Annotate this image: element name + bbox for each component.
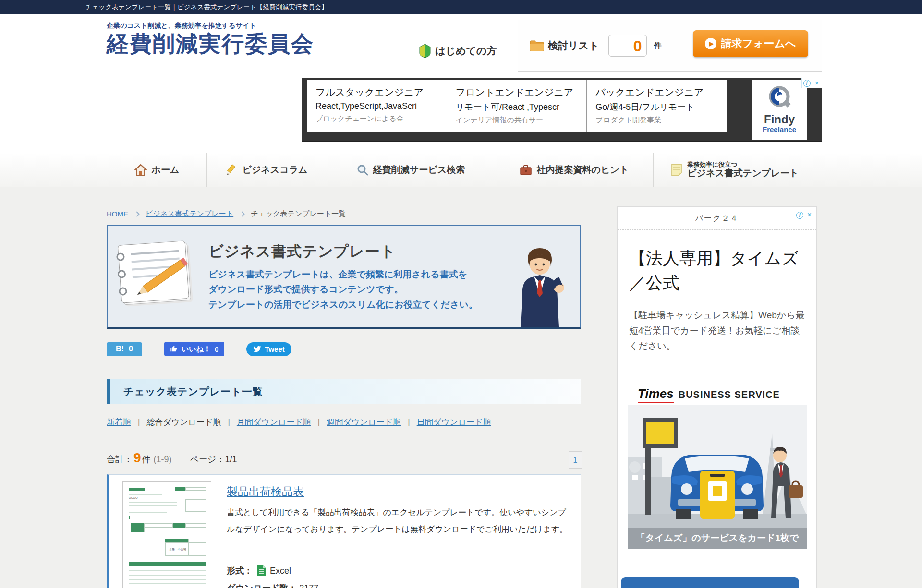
hero-line1: ビジネス書式テンプレートは、企業で頻繁に利用される書式を [208,267,478,282]
section-header: チェック表テンプレート一覧 [107,379,581,404]
ad-headline[interactable]: 【法人専用】タイムズ／公式 [618,230,816,295]
sort-separator: | [318,418,320,427]
hero-line2: ダウンロード形式で提供するコンテンツです。 [208,282,478,297]
nav-item-business-column[interactable]: ビジネスコラム [206,153,327,187]
site-tagline: 企業のコスト削減と、業務効率を推進するサイト [107,22,314,30]
section-title: チェック表テンプレート一覧 [123,385,263,398]
ad-job-2[interactable]: フロントエンドエンジニア リモート可/React ,Typescr インテリア情… [447,80,587,132]
ad-brand-card[interactable]: Findy Freelance [752,80,807,140]
template-title-link[interactable]: 製品出荷検品表 [227,484,304,499]
ad-job-skills: React,TypeScript,JavaScri [315,101,440,111]
sort-monthly-downloads[interactable]: 月間ダウンロード順 [237,417,311,428]
ad-job-skills: リモート可/React ,Typescr [456,101,580,113]
hero-description: ビジネス書式テンプレートは、企業で頻繁に利用される書式を ダウンロード形式で提供… [208,267,478,312]
result-range: (1-9) [154,455,172,465]
breadcrumb: HOME ビジネス書式テンプレート チェック表テンプレート一覧 [107,209,346,218]
site-logo-text: 経費削減実行委員会 [107,32,314,55]
review-list-box: 検討リスト 0 件 ▶ 請求フォームへ [518,20,822,72]
request-form-button[interactable]: ▶ 請求フォームへ [693,30,808,57]
breadcrumb-home[interactable]: HOME [107,210,128,218]
result-count-row: 合計： 9 件 (1-9) ページ：1/1 [107,450,237,466]
ad-info-icon[interactable]: i [801,78,812,88]
beginner-label: はじめての方 [435,44,497,58]
ad-job-title: フルスタックエンジニア [315,86,440,99]
tweet-button[interactable]: Tweet [246,342,291,356]
ad-cta-button[interactable] [621,577,799,588]
sort-daily-downloads[interactable]: 日間ダウンロード順 [417,417,491,428]
home-icon [134,164,147,176]
ad-job-title: フロントエンドエンジニア [456,86,580,99]
ad-image-caption-bar: 「タイムズ」のサービスをカード1枚で [628,528,807,549]
findy-logo-icon [752,84,807,111]
hero-line3: テンプレートの活用でビジネスのスリム化にお役立てください。 [208,297,478,312]
downloads-label: ダウンロード数： [227,583,297,588]
breadcrumb-templates[interactable]: ビジネス書式テンプレート [146,209,233,218]
search-icon [357,164,368,176]
sort-total-downloads-active: 総合ダウンロード順 [146,417,221,428]
total-label: 合計： [107,454,133,465]
template-thumbnail[interactable]: OOOO 合格 不合格 [122,481,211,588]
beginner-link[interactable]: はじめての方 [419,44,497,58]
header: 企業のコスト削減と、業務効率を推進するサイト 経費削減実行委員会 はじめての方 [0,14,922,153]
ad-close-icon[interactable]: × [812,78,822,88]
ad-job-list: フルスタックエンジニア React,TypeScript,JavaScri ブロ… [307,80,727,132]
notebook-pencil-illustration [113,238,202,317]
nav-label: 経費削減サービス検索 [373,164,465,176]
nav-item-proposal-hints[interactable]: 社内提案資料のヒント [495,153,653,187]
pagination-page-1[interactable]: 1 [569,451,582,469]
format-value: Excel [270,566,291,576]
sort-separator: | [138,418,140,427]
sidebar-ad: パーク２４ i × 【法人専用】タイムズ／公式 【駐車場キャッシュレス精算】We… [617,206,817,588]
sort-newest[interactable]: 新着順 [107,417,131,428]
site-logo[interactable]: 企業のコスト削減と、業務効率を推進するサイト 経費削減実行委員会 [107,22,314,55]
nav-label: 社内提案資料のヒント [537,164,629,176]
review-list-count: 0 [633,37,642,55]
format-label: 形式： [227,565,253,576]
chevron-right-icon [134,211,139,216]
play-icon: ▶ [705,38,716,49]
excel-file-icon [256,565,266,576]
review-list-label: 検討リスト [548,39,599,52]
hero-title: ビジネス書式テンプレート [208,241,396,262]
page-indicator: ページ：1/1 [190,454,237,465]
nav-item-service-search[interactable]: 経費削減サービス検索 [327,153,495,187]
review-list-count-box: 0 [608,35,647,57]
sort-weekly-downloads[interactable]: 週間ダウンロード順 [327,417,401,428]
request-form-label: 請求フォームへ [721,36,796,51]
businessman-illustration [511,245,569,327]
hatena-bookmark-button[interactable]: B! 0 [107,342,142,356]
thumbs-up-icon [170,345,178,353]
sort-separator: | [408,418,410,427]
template-downloads-row: ダウンロード数： 2177 [227,582,318,588]
nav-item-business-templates[interactable]: 業務効率に役立つ ビジネス書式テンプレート [653,153,816,187]
times-brand: Times [638,386,674,403]
top-ad-banner[interactable]: フルスタックエンジニア React,TypeScript,JavaScri ブロ… [302,78,822,142]
ad-image[interactable]: Times BUSINESS SERVICE [628,376,807,549]
nav-label: ビジネス書式テンプレート [687,168,799,179]
sort-separator: | [228,418,230,427]
twitter-bird-icon [253,346,261,353]
chevron-right-icon [240,211,245,216]
ad-job-1[interactable]: フルスタックエンジニア React,TypeScript,JavaScri ブロ… [307,80,447,132]
breadcrumb-current: チェック表テンプレート一覧 [251,209,346,218]
social-buttons: B! 0 いいね！ 0 Tweet [107,342,291,356]
main-nav: ホーム ビジネスコラム [0,153,922,187]
ad-job-company: インテリア情報の共有サー [456,116,580,125]
ad-advertiser-name: パーク２４ [618,214,816,224]
ad-job-company: プロダクト開発事業 [595,116,720,125]
template-list-item: OOOO 合格 不合格 製品出荷検品表 [107,474,581,588]
facebook-like-button[interactable]: いいね！ 0 [164,342,224,356]
ad-job-3[interactable]: バックエンドエンジニア Go/週4-5日/フルリモート プロダクト開発事業 [587,80,727,132]
total-count: 9 [133,450,141,466]
template-description: 書式として利用できる「製品出荷検品表」のエクセルテンプレートです。使いやすいシン… [227,504,571,538]
ad-close-icon[interactable]: × [807,211,812,219]
total-unit: 件 [142,454,151,465]
note-icon [671,163,682,177]
ad-job-title: バックエンドエンジニア [595,86,720,99]
ad-info-icon[interactable]: i [796,212,803,219]
pencil-icon [226,164,237,176]
page-title: チェック表テンプレート一覧｜ビジネス書式テンプレート【経費削減実行委員会】 [85,3,328,12]
nav-item-home[interactable]: ホーム [107,153,206,187]
template-format-row: 形式： Excel [227,565,291,576]
folder-icon [530,40,544,51]
